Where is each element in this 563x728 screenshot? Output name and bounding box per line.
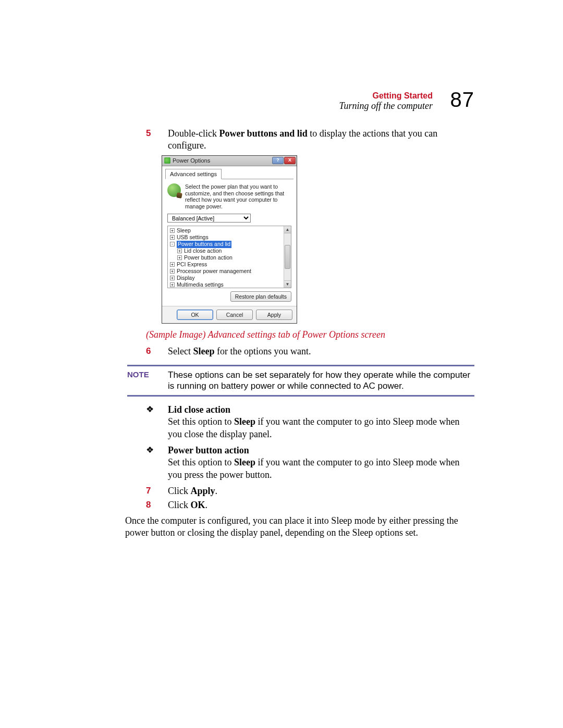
dialog-body: Select the power plan that you want to c… bbox=[162, 179, 297, 306]
text: Set this option to bbox=[168, 416, 234, 427]
step-text: Click OK. bbox=[168, 499, 474, 511]
step-text: Click Apply. bbox=[168, 485, 474, 497]
tree-label-selected: Power buttons and lid bbox=[177, 241, 231, 248]
tree-label: Power button action bbox=[184, 254, 232, 262]
body-column: 5 Double-click Power buttons and lid to … bbox=[146, 128, 474, 539]
tree-item-multimedia[interactable]: +Multimedia settings bbox=[170, 281, 291, 288]
bullet-body: Power button action Set this option to S… bbox=[168, 445, 474, 481]
help-button[interactable]: ? bbox=[272, 157, 284, 164]
dialog-footer: OK Cancel Apply bbox=[162, 306, 297, 323]
ok-button[interactable]: OK bbox=[177, 310, 213, 320]
expand-icon[interactable]: + bbox=[170, 269, 175, 274]
power-plan-icon bbox=[167, 183, 181, 197]
page-number: 87 bbox=[450, 88, 475, 112]
step-7: 7 Click Apply. bbox=[146, 485, 474, 497]
bullet-power-button: ❖ Power button action Set this option to… bbox=[146, 445, 474, 481]
header-text-block: Getting Started Turning off the computer bbox=[339, 91, 433, 111]
note-label: NOTE bbox=[127, 369, 168, 392]
expand-icon[interactable]: + bbox=[170, 228, 175, 233]
text: Double-click bbox=[168, 128, 219, 139]
tree-label: Display bbox=[177, 275, 194, 282]
image-caption: (Sample Image) Advanced settings tab of … bbox=[146, 329, 474, 341]
tree-item-power-button-action[interactable]: +Power button action bbox=[170, 254, 291, 261]
tree-list: +Sleep +USB settings -Power buttons and … bbox=[168, 226, 291, 288]
expand-icon[interactable]: + bbox=[170, 282, 175, 287]
collapse-icon[interactable]: - bbox=[170, 242, 175, 246]
bullet-text: Set this option to Sleep if you want the… bbox=[168, 416, 474, 440]
text: Click bbox=[168, 500, 191, 510]
step-number: 5 bbox=[146, 128, 168, 152]
close-button[interactable]: X bbox=[284, 157, 296, 164]
bold-text: Apply bbox=[191, 486, 215, 496]
dialog-tabbar: Advanced settings bbox=[162, 166, 297, 179]
settings-tree: +Sleep +USB settings -Power buttons and … bbox=[167, 226, 291, 288]
step-6: 6 Select Sleep for the options you want. bbox=[146, 346, 474, 357]
scroll-thumb[interactable] bbox=[285, 245, 290, 269]
tree-item-pci[interactable]: +PCI Express bbox=[170, 261, 291, 268]
bullet-icon: ❖ bbox=[146, 445, 168, 481]
tree-label: USB settings bbox=[177, 234, 209, 241]
bullet-icon: ❖ bbox=[146, 404, 168, 440]
cancel-button[interactable]: Cancel bbox=[216, 310, 253, 320]
tree-label: Lid close action bbox=[184, 248, 222, 255]
bold-text: Power buttons and lid bbox=[219, 128, 307, 139]
bullet-text: Set this option to Sleep if you want the… bbox=[168, 456, 474, 481]
bullet-list: ❖ Lid close action Set this option to Sl… bbox=[146, 404, 474, 481]
note-block: NOTE These options can be set separately… bbox=[127, 365, 474, 397]
step-text: Double-click Power buttons and lid to di… bbox=[168, 128, 474, 152]
tree-item-sleep[interactable]: +Sleep bbox=[170, 227, 291, 234]
note-text: These options can be set separately for … bbox=[168, 369, 474, 392]
tree-item-lid-close[interactable]: +Lid close action bbox=[170, 248, 291, 254]
bold-text: OK bbox=[191, 500, 205, 510]
step-text: Select Sleep for the options you want. bbox=[168, 346, 474, 357]
restore-defaults-button[interactable]: Restore plan defaults bbox=[230, 291, 291, 302]
power-plan-select[interactable]: Balanced [Active] bbox=[167, 214, 251, 223]
bold-text: Sleep bbox=[234, 457, 255, 467]
expand-icon[interactable]: + bbox=[170, 262, 175, 267]
step-number: 8 bbox=[146, 499, 168, 511]
tab-advanced-settings[interactable]: Advanced settings bbox=[165, 169, 222, 179]
plan-description: Select the power plan that you want to c… bbox=[185, 183, 291, 209]
step-5: 5 Double-click Power buttons and lid to … bbox=[146, 128, 474, 152]
tree-item-processor[interactable]: +Processor power management bbox=[170, 268, 291, 275]
text: . bbox=[205, 500, 208, 510]
bold-text: Sleep bbox=[193, 346, 214, 356]
power-options-dialog: Power Options ? X Advanced settings Sele… bbox=[162, 155, 297, 324]
expand-icon[interactable]: + bbox=[170, 276, 175, 280]
tree-item-usb[interactable]: +USB settings bbox=[170, 234, 291, 241]
scrollbar[interactable]: ▲ ▼ bbox=[284, 226, 291, 288]
power-options-icon bbox=[164, 157, 170, 164]
tree-label: PCI Express bbox=[177, 261, 207, 268]
text: for the options you want. bbox=[215, 346, 311, 356]
text: Click bbox=[168, 486, 191, 496]
bullet-lid-close: ❖ Lid close action Set this option to Sl… bbox=[146, 404, 474, 440]
plan-description-row: Select the power plan that you want to c… bbox=[167, 183, 291, 209]
section-title: Turning off the computer bbox=[339, 101, 433, 112]
restore-row: Restore plan defaults bbox=[167, 291, 291, 302]
tree-label: Processor power management bbox=[177, 268, 251, 275]
step-number: 7 bbox=[146, 485, 168, 497]
text: Select bbox=[168, 346, 193, 356]
bold-text: Sleep bbox=[234, 416, 255, 427]
text: Set this option to bbox=[168, 457, 234, 467]
step-8: 8 Click OK. bbox=[146, 499, 474, 511]
chapter-title: Getting Started bbox=[339, 91, 433, 101]
apply-button[interactable]: Apply bbox=[256, 310, 292, 320]
tree-item-power-buttons-lid[interactable]: -Power buttons and lid bbox=[170, 241, 291, 248]
dialog-titlebar: Power Options ? X bbox=[162, 156, 297, 166]
page: Getting Started Turning off the computer… bbox=[0, 0, 563, 728]
expand-icon[interactable]: + bbox=[177, 255, 182, 260]
bullet-title: Lid close action bbox=[168, 404, 230, 415]
scroll-down-icon[interactable]: ▼ bbox=[284, 280, 291, 288]
scroll-up-icon[interactable]: ▲ bbox=[284, 226, 291, 233]
bullet-body: Lid close action Set this option to Slee… bbox=[168, 404, 474, 440]
expand-icon[interactable]: + bbox=[170, 235, 175, 240]
page-header: Getting Started Turning off the computer… bbox=[146, 91, 474, 118]
dialog-title: Power Options bbox=[173, 157, 210, 164]
expand-icon[interactable]: + bbox=[177, 249, 182, 253]
bullet-title: Power button action bbox=[168, 445, 249, 455]
text: . bbox=[215, 486, 218, 496]
titlebar-buttons: ? X bbox=[272, 157, 296, 164]
tree-label: Sleep bbox=[177, 227, 191, 235]
tree-item-display[interactable]: +Display bbox=[170, 275, 291, 281]
